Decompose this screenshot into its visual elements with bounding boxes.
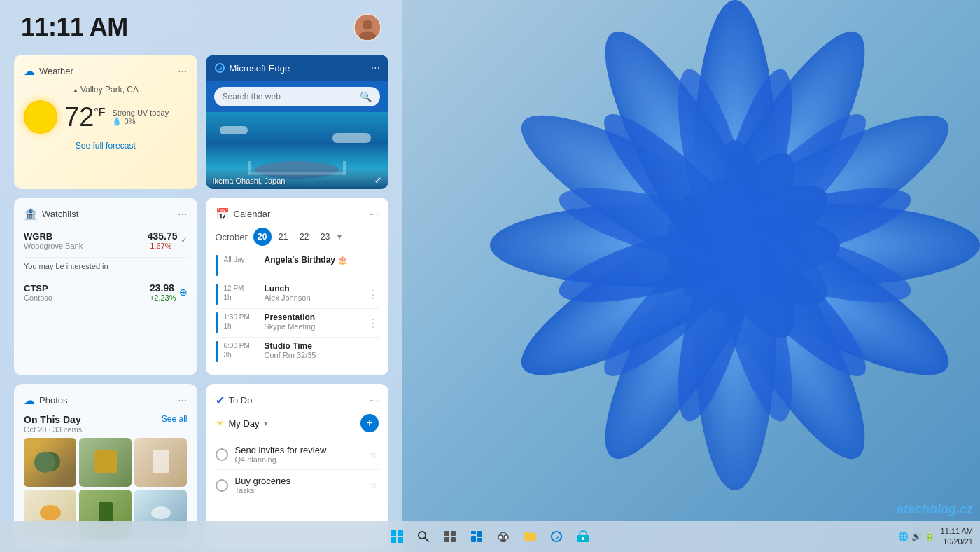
calendar-month: October: [216, 232, 248, 242]
calendar-day-23[interactable]: 23: [316, 228, 335, 246]
stock-check-wgrb: ✓: [181, 235, 188, 245]
weather-more-button[interactable]: ···: [178, 66, 187, 77]
svg-point-43: [504, 535, 508, 539]
todo-task-name-groceries: Buy groceries: [235, 476, 363, 486]
event-details-birthday: Angela's Birthday 🎂: [265, 255, 349, 265]
edge-logo-icon: [214, 62, 225, 74]
calendar-event-presentation: 1:30 PM1h Presentation Skype Meeting ⋮: [216, 309, 379, 338]
svg-point-42: [498, 535, 503, 539]
taskbar-explorer-button[interactable]: [519, 525, 541, 548]
todo-myday-label: My Day: [229, 418, 260, 429]
cloud-1: [220, 126, 248, 134]
photos-meta: Oct 20 · 33 items: [24, 425, 82, 434]
taskbar-clock[interactable]: 11:11 AM 10/20/21: [941, 526, 973, 548]
taskbar-network-icon[interactable]: 🌐: [898, 532, 909, 541]
watermark-suffix: blog.cz: [930, 502, 973, 516]
photos-icon: ☁: [24, 394, 35, 407]
stock-add-ctsp[interactable]: ⊕: [179, 287, 188, 298]
event-bar-allday: [216, 255, 218, 276]
todo-star-review[interactable]: ☆: [370, 449, 379, 460]
calendar-day-20[interactable]: 20: [253, 228, 272, 246]
watchlist-header: 🏦 Watchlist ···: [24, 207, 188, 221]
edge-widget: Microsoft Edge ··· 🔍 Ikema Ohashi, Japan…: [206, 55, 389, 189]
taskbar-search-button[interactable]: [412, 525, 435, 548]
weather-forecast-link[interactable]: See full forecast: [24, 141, 188, 151]
event-time-studio: 6:00 PM3h: [224, 341, 259, 359]
taskbar-volume-icon[interactable]: 🔊: [911, 532, 922, 541]
event-details-presentation: Presentation Skype Meeting: [265, 312, 316, 331]
cloud-2: [332, 133, 371, 143]
edge-search-input[interactable]: [223, 92, 355, 102]
taskbar-chat-button[interactable]: [492, 525, 514, 548]
watermark: etechblog.cz: [897, 502, 973, 517]
photo-thumb-2[interactable]: [79, 438, 132, 487]
weather-location: Valley Park, CA: [24, 85, 188, 95]
todo-checkbox-review[interactable]: [216, 448, 228, 461]
svg-rect-34: [451, 531, 456, 536]
calendar-icon: 📅: [216, 207, 230, 221]
watchlist-more-button[interactable]: ···: [178, 209, 187, 220]
photo-thumb-3[interactable]: [134, 438, 187, 487]
todo-star-groceries[interactable]: ☆: [370, 480, 379, 491]
photos-subheader: On This Day Oct 20 · 33 items See all: [24, 414, 188, 434]
svg-rect-38: [477, 531, 482, 537]
todo-add-button[interactable]: +: [360, 414, 379, 432]
weather-precip: 💧 0%: [112, 117, 169, 126]
event-details-lunch: Lunch Alex Johnson: [265, 284, 311, 302]
watchlist-title: Watchlist: [42, 209, 78, 219]
user-avatar[interactable]: [354, 13, 382, 41]
calendar-days: 20 21 22 23 ▾: [253, 228, 342, 246]
edge-expand-icon[interactable]: ⤢: [374, 175, 382, 185]
event-bar-studio: [216, 341, 218, 362]
taskbar-taskview-button[interactable]: [439, 525, 461, 548]
photos-see-all-link[interactable]: See all: [162, 414, 188, 424]
taskbar-store-button[interactable]: [572, 525, 594, 548]
calendar-widget: 📅 Calendar ··· October 20 21 22 23 ▾ All…: [206, 198, 389, 375]
photos-more-button[interactable]: ···: [178, 395, 187, 406]
photo-thumb-1[interactable]: [24, 438, 76, 487]
taskbar-battery-icon[interactable]: 🔋: [925, 532, 935, 541]
event-dots-presentation[interactable]: ⋮: [368, 317, 379, 330]
svg-rect-30: [398, 537, 403, 543]
edge-search-bar[interactable]: 🔍: [214, 87, 381, 106]
widgets-panel: 11:11 AM ☁ Weather ··· Valley Park, CA: [0, 0, 402, 552]
taskbar-start-button[interactable]: [386, 525, 408, 548]
svg-rect-28: [398, 530, 403, 536]
watchlist-widget: 🏦 Watchlist ··· WGRB Woodgrove Bank 435.…: [14, 198, 197, 375]
todo-more-button[interactable]: ···: [370, 395, 379, 406]
todo-myday-chevron-icon: ▾: [264, 419, 268, 428]
windows-bloom: [385, 0, 980, 552]
taskbar-right: 🌐 🔊 🔋 11:11 AM 10/20/21: [898, 526, 973, 548]
edge-more-button[interactable]: ···: [371, 62, 380, 74]
weather-icon: ☁: [24, 64, 35, 78]
svg-rect-27: [391, 530, 396, 536]
event-dots-lunch[interactable]: ⋮: [368, 288, 379, 301]
todo-checkbox-groceries[interactable]: [216, 479, 228, 492]
taskbar-edge-button[interactable]: [545, 525, 568, 548]
weather-condition: Strong UV today: [112, 109, 169, 117]
calendar-event-studio: 6:00 PM3h Studio Time Conf Rm 32/35: [216, 338, 379, 366]
photos-on-this-day: On This Day: [24, 414, 82, 425]
watchlist-icon: 🏦: [24, 207, 38, 221]
edge-title-row: Microsoft Edge: [214, 62, 290, 74]
calendar-chevron-icon[interactable]: ▾: [337, 232, 342, 242]
event-bar-presentation: [216, 312, 218, 333]
calendar-event-birthday: All day Angela's Birthday 🎂: [216, 251, 379, 280]
calendar-day-22[interactable]: 22: [295, 228, 314, 246]
taskbar: 🌐 🔊 🔋 11:11 AM 10/20/21: [0, 521, 980, 552]
edge-image-caption: Ikema Ohashi, Japan: [213, 177, 286, 185]
todo-task-name-review: Send invites for review: [235, 445, 363, 455]
calendar-more-button[interactable]: ···: [370, 209, 379, 220]
svg-rect-44: [500, 539, 506, 542]
calendar-month-row: October 20 21 22 23 ▾: [216, 228, 379, 246]
watchlist-interest: You may be interested in: [24, 257, 188, 275]
weather-widget: ☁ Weather ··· Valley Park, CA 72°F Stron…: [14, 55, 197, 189]
taskbar-widgets-button[interactable]: [465, 525, 488, 548]
stock-info-wgrb: WGRB Woodgrove Bank: [24, 231, 148, 250]
weather-sun-icon: [24, 100, 57, 134]
calendar-event-lunch: 12 PM1h Lunch Alex Johnson ⋮: [216, 280, 379, 309]
weather-info: Strong UV today 💧 0%: [112, 109, 169, 126]
stock-name-wgrb: Woodgrove Bank: [24, 242, 148, 250]
calendar-day-21[interactable]: 21: [274, 228, 293, 246]
todo-text-groceries: Buy groceries Tasks: [235, 476, 363, 495]
